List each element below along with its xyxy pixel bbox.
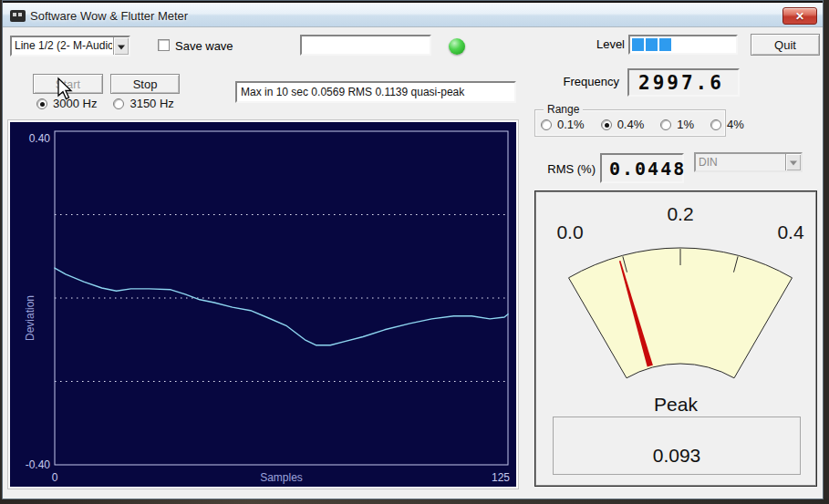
- status-readout: Max in 10 sec 0.0569 RMS 0.1139 quasi-pe…: [235, 81, 516, 103]
- svg-text:125: 125: [492, 471, 510, 484]
- weighting-select[interactable]: DIN: [694, 152, 803, 172]
- radio-label: 0.1%: [557, 118, 585, 131]
- svg-text:Samples: Samples: [260, 471, 303, 484]
- combo-arrow-button[interactable]: [113, 37, 129, 55]
- level-segment: [632, 38, 644, 51]
- svg-text:Deviation: Deviation: [24, 295, 36, 341]
- frequency-label: Frequency: [550, 75, 619, 88]
- radio-label: 0.4%: [617, 118, 645, 131]
- range-group-label: Range: [544, 103, 583, 116]
- radio-icon: [710, 119, 721, 130]
- radio-range-0-4-[interactable]: 0.4%: [601, 118, 645, 131]
- analog-meter-panel: 0.00.20.4 Peak 0.093: [534, 190, 817, 487]
- close-icon: ✕: [783, 9, 816, 25]
- radio-label: 3150 Hz: [130, 97, 173, 110]
- app-icon: [10, 10, 26, 22]
- svg-text:-0.40: -0.40: [26, 458, 51, 471]
- svg-text:0: 0: [52, 471, 58, 484]
- weighting-arrow-button: [785, 154, 801, 170]
- level-progress-bar: [628, 35, 738, 55]
- radio-label: 4%: [727, 118, 744, 131]
- stop-button[interactable]: Stop: [110, 74, 180, 94]
- start-button[interactable]: Start: [33, 74, 103, 94]
- rms-display: 0.0448: [600, 153, 684, 183]
- deviation-chart: 0.40-0.400125SamplesDeviation: [10, 122, 516, 487]
- chevron-down-icon: [118, 45, 125, 49]
- chevron-down-icon: [790, 161, 797, 166]
- gauge-scale-label: 0.0: [556, 221, 583, 242]
- signal-led-indicator: [449, 38, 465, 55]
- radio-icon: [601, 119, 612, 130]
- radio-label: 3000 Hz: [53, 97, 97, 110]
- radio-freq-3000-hz[interactable]: 3000 Hz: [36, 97, 97, 110]
- screen: Software Wow & Flutter Meter ✕ Line 1/2 …: [0, 0, 829, 504]
- title-bar[interactable]: Software Wow & Flutter Meter ✕: [3, 1, 823, 27]
- level-segment: [659, 38, 671, 51]
- peak-label: Peak: [535, 394, 816, 416]
- window-title: Software Wow & Flutter Meter: [30, 9, 188, 23]
- test-frequency-radio-group: 3000 Hz3150 Hz: [36, 97, 191, 110]
- level-label: Level: [586, 37, 625, 51]
- close-button[interactable]: ✕: [782, 7, 817, 25]
- radio-icon: [113, 98, 124, 109]
- radio-icon: [660, 119, 671, 130]
- gauge-scale-label: 0.4: [777, 221, 804, 242]
- rms-label: RMS (%): [527, 162, 596, 176]
- range-radio-group: 0.1%0.4%1%4%: [541, 118, 761, 131]
- input-device-select[interactable]: Line 1/2 (2- M-Audio De: [10, 36, 130, 57]
- save-wave-checkbox[interactable]: [158, 39, 170, 51]
- input-device-value: Line 1/2 (2- M-Audio De: [15, 39, 112, 52]
- radio-label: 1%: [677, 118, 694, 131]
- filename-field[interactable]: [300, 35, 431, 56]
- range-group: Range 0.1%0.4%1%4%: [534, 109, 726, 137]
- save-wave-label: Save wave: [175, 39, 233, 53]
- svg-text:0.40: 0.40: [29, 132, 51, 145]
- radio-icon: [541, 119, 552, 130]
- radio-range-0-1-[interactable]: 0.1%: [541, 118, 585, 131]
- gauge-dial-face: [569, 248, 793, 378]
- level-segment: [646, 38, 658, 51]
- radio-range-4-[interactable]: 4%: [710, 118, 744, 131]
- radio-icon: [36, 98, 47, 109]
- gauge-scale-label: 0.2: [667, 203, 693, 224]
- radio-range-1-[interactable]: 1%: [660, 118, 694, 131]
- frequency-display: 2997.6: [627, 68, 740, 97]
- peak-value-display: 0.093: [553, 417, 801, 475]
- wow-flutter-gauge: 0.00.20.4: [535, 191, 818, 394]
- radio-freq-3150-hz[interactable]: 3150 Hz: [113, 97, 173, 110]
- app-window: Software Wow & Flutter Meter ✕ Line 1/2 …: [2, 0, 824, 499]
- deviation-chart-plot: 0.40-0.400125SamplesDeviation: [10, 122, 516, 487]
- weighting-value: DIN: [699, 156, 785, 169]
- quit-button[interactable]: Quit: [751, 34, 820, 56]
